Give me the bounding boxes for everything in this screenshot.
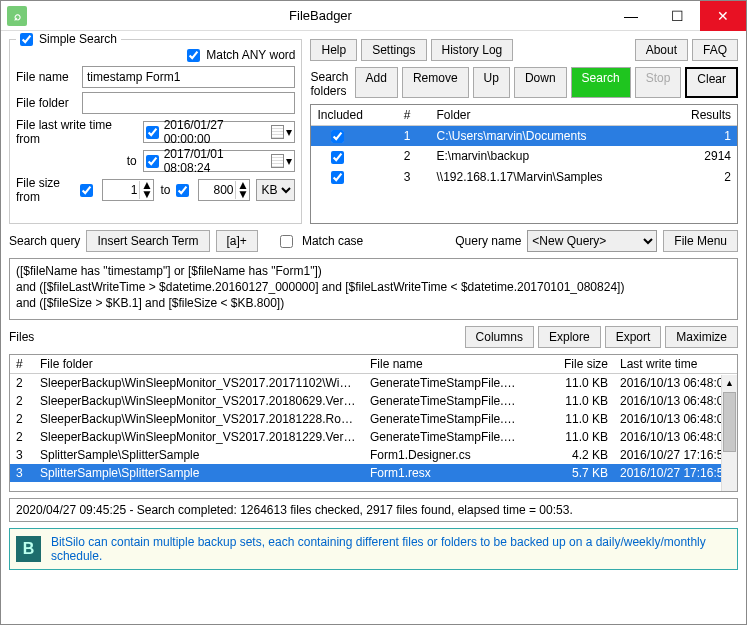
match-any-checkbox[interactable]	[187, 49, 200, 62]
col-included[interactable]: Included	[311, 105, 366, 125]
date-from-picker[interactable]: 2016/01/27 00:00:00 ▾	[143, 121, 296, 143]
folder-num: 2	[366, 146, 416, 166]
date-from-check[interactable]	[146, 126, 159, 139]
result-row[interactable]: 2 SleeperBackup\WinSleepMonitor_VS2017.2…	[10, 374, 737, 392]
result-row[interactable]: 2 SleeperBackup\WinSleepMonitor_VS2017.2…	[10, 428, 737, 446]
folder-results: 2	[667, 167, 737, 187]
row-size: 4.2 KB	[524, 446, 614, 464]
chevron-down-icon[interactable]: ▾	[286, 154, 292, 168]
simple-search-checkbox[interactable]	[20, 33, 33, 46]
calendar-icon[interactable]	[271, 154, 284, 168]
row-filename: GenerateTimeStampFile.exe	[364, 374, 524, 392]
file-name-input[interactable]	[82, 66, 295, 88]
row-num: 2	[10, 374, 34, 392]
remove-button[interactable]: Remove	[402, 67, 469, 98]
about-button[interactable]: About	[635, 39, 688, 61]
results-scrollbar[interactable]: ▲	[721, 375, 737, 491]
result-row[interactable]: 3 SplitterSample\SplitterSample Form1.re…	[10, 464, 737, 482]
add-button[interactable]: Add	[355, 67, 398, 98]
window-title: FileBadger	[33, 8, 608, 23]
size-from-label: File size from	[16, 176, 74, 204]
maximize-results-button[interactable]: Maximize	[665, 326, 738, 348]
row-lwt: 2016/10/27 17:16:56	[614, 464, 737, 482]
result-row[interactable]: 3 SplitterSample\SplitterSample Form1.De…	[10, 446, 737, 464]
row-lwt: 2016/10/13 06:48:02	[614, 428, 737, 446]
query-name-select[interactable]: <New Query>	[527, 230, 657, 252]
explore-button[interactable]: Explore	[538, 326, 601, 348]
col-file-name[interactable]: File name	[364, 355, 524, 373]
search-query-text[interactable]: ([$fileName has "timestamp"] or [$fileNa…	[9, 258, 738, 320]
results-table[interactable]: # File folder File name File size Last w…	[9, 354, 738, 492]
search-folders-grid[interactable]: Included # Folder Results 1 C:\Users\mar…	[310, 104, 738, 224]
promo-banner[interactable]: B BitSilo can contain multiple backup se…	[9, 528, 738, 570]
result-row[interactable]: 2 SleeperBackup\WinSleepMonitor_VS2017.2…	[10, 392, 737, 410]
col-num[interactable]: #	[366, 105, 416, 125]
help-button[interactable]: Help	[310, 39, 357, 61]
chevron-down-icon[interactable]: ▾	[286, 125, 292, 139]
up-button[interactable]: Up	[473, 67, 510, 98]
col-results[interactable]: Results	[667, 105, 737, 125]
col-last-write[interactable]: Last write time	[614, 355, 737, 373]
size-from-spinner[interactable]: ▲▼	[102, 179, 154, 201]
size-from-input[interactable]	[103, 181, 139, 199]
search-folders-label: Search folders	[310, 67, 350, 98]
size-to-spinner[interactable]: ▲▼	[198, 179, 250, 201]
folder-row[interactable]: 3 \\192.168.1.17\Marvin\Samples 2	[311, 167, 737, 187]
scroll-thumb[interactable]	[723, 392, 736, 452]
col-file-folder[interactable]: File folder	[34, 355, 364, 373]
files-label: Files	[9, 330, 461, 344]
search-query-label: Search query	[9, 234, 80, 248]
file-menu-button[interactable]: File Menu	[663, 230, 738, 252]
insert-term-button[interactable]: Insert Search Term	[86, 230, 209, 252]
match-case-checkbox[interactable]	[280, 235, 293, 248]
scroll-up-icon[interactable]: ▲	[722, 375, 737, 391]
minimize-button[interactable]: —	[608, 1, 654, 31]
size-from-check[interactable]	[80, 184, 93, 197]
spin-down-icon[interactable]: ▼	[140, 190, 153, 199]
spin-down-icon[interactable]: ▼	[236, 190, 249, 199]
row-filename: Form1.resx	[364, 464, 524, 482]
row-folder: SleeperBackup\WinSleepMonitor_VS2017.201…	[34, 428, 364, 446]
lwt-to-label: to	[16, 154, 137, 168]
export-button[interactable]: Export	[605, 326, 662, 348]
size-to-input[interactable]	[199, 181, 235, 199]
regex-button[interactable]: [a]+	[216, 230, 258, 252]
date-from-value: 2016/01/27 00:00:00	[164, 118, 269, 146]
search-button[interactable]: Search	[571, 67, 631, 98]
query-name-label: Query name	[455, 234, 521, 248]
size-to-check[interactable]	[176, 184, 189, 197]
close-button[interactable]: ✕	[700, 1, 746, 31]
row-folder: SleeperBackup\WinSleepMonitor_VS2017.201…	[34, 392, 364, 410]
result-row[interactable]: 2 SleeperBackup\WinSleepMonitor_VS2017.2…	[10, 410, 737, 428]
folder-row[interactable]: 2 E:\marvin\backup 2914	[311, 146, 737, 166]
calendar-icon[interactable]	[271, 125, 284, 139]
stop-button[interactable]: Stop	[635, 67, 682, 98]
col-file-size[interactable]: File size	[524, 355, 614, 373]
col-row-num[interactable]: #	[10, 355, 34, 373]
row-folder: SleeperBackup\WinSleepMonitor_VS2017.201…	[34, 374, 364, 392]
folder-num: 3	[366, 167, 416, 187]
faq-button[interactable]: FAQ	[692, 39, 738, 61]
maximize-button[interactable]: ☐	[654, 1, 700, 31]
columns-button[interactable]: Columns	[465, 326, 534, 348]
titlebar: ⌕ FileBadger — ☐ ✕	[1, 1, 746, 31]
size-unit-select[interactable]: KB	[256, 179, 295, 201]
down-button[interactable]: Down	[514, 67, 567, 98]
clear-button[interactable]: Clear	[685, 67, 738, 98]
row-lwt: 2016/10/13 06:48:02	[614, 392, 737, 410]
file-folder-input[interactable]	[82, 92, 295, 114]
history-log-button[interactable]: History Log	[431, 39, 514, 61]
settings-button[interactable]: Settings	[361, 39, 426, 61]
app-icon: ⌕	[7, 6, 27, 26]
folder-row[interactable]: 1 C:\Users\marvin\Documents 1	[311, 126, 737, 146]
date-to-picker[interactable]: 2017/01/01 08:08:24 ▾	[143, 150, 296, 172]
row-folder: SleeperBackup\WinSleepMonitor_VS2017.201…	[34, 410, 364, 428]
folder-path: C:\Users\marvin\Documents	[416, 126, 667, 146]
folder-include-checkbox[interactable]	[331, 171, 344, 184]
row-lwt: 2016/10/13 06:48:02	[614, 410, 737, 428]
col-folder[interactable]: Folder	[416, 105, 667, 125]
folder-include-checkbox[interactable]	[331, 151, 344, 164]
row-folder: SplitterSample\SplitterSample	[34, 446, 364, 464]
date-to-check[interactable]	[146, 155, 159, 168]
folder-include-checkbox[interactable]	[331, 130, 344, 143]
